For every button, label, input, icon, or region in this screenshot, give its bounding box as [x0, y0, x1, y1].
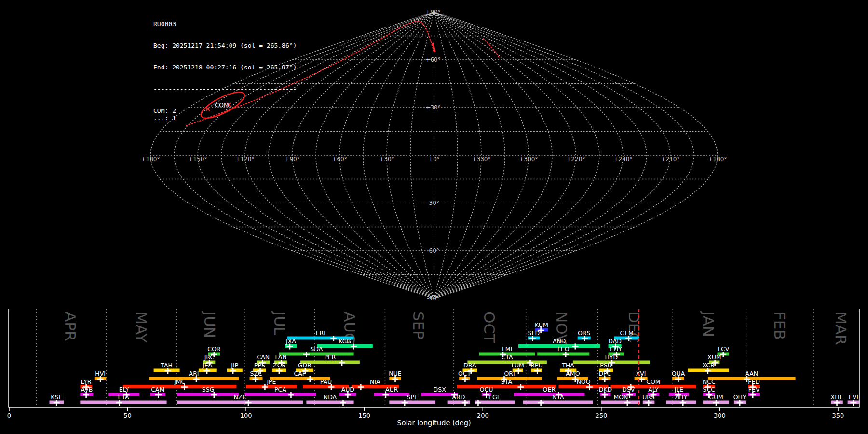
shower-label-XVI: XVI [636, 370, 646, 377]
sky-lat-label: +90° [425, 9, 440, 15]
month-label-FEB: FEB [771, 312, 788, 340]
shower-bar-NTA [523, 401, 593, 404]
sky-lon-label: +300° [519, 156, 538, 163]
shower-bar-JPE [246, 385, 297, 388]
x-tick-label: 200 [477, 412, 489, 419]
shower-label-JMC: JMC [174, 378, 185, 385]
shower-label-FEV: FEV [748, 386, 760, 393]
shower-label-JPE: JPE [266, 378, 276, 385]
shower-bar-OER [514, 393, 584, 396]
sky-lon-label: +180° [708, 156, 727, 163]
shower-label-EVI: EVI [849, 393, 858, 401]
shower-bar-SSG [177, 393, 239, 396]
shower-label-ERI: ERI [316, 329, 326, 337]
shower-label-ARD: ARD [452, 393, 465, 401]
shower-bar-AUR [374, 393, 409, 396]
sky-lon-label: +330° [472, 156, 491, 163]
shower-label-LUM: LUM [512, 362, 524, 369]
activity-timeline-chart: APRMAYJUNJULAUGSEPOCTNOVDECJANFEBMARKUME… [0, 309, 868, 434]
shower-bar-PCA [245, 393, 316, 396]
shower-label-SLD: SLD [528, 329, 540, 337]
shower-label-JXA: JXA [285, 338, 296, 345]
shower-label-CTA: CTA [502, 353, 513, 361]
shower-label-COM: COM [646, 378, 660, 385]
shower-bar-NZC [177, 401, 303, 404]
begin-time-line: Beg: 20251217 21:54:09 (sol = 265.86°) [153, 42, 297, 49]
x-axis-title: Solar longitude (deg) [397, 419, 471, 427]
sky-lon-label: +90° [285, 156, 299, 163]
observation-info-panel: RU0003 Beg: 20251217 21:54:09 (sol = 265… [153, 6, 297, 136]
shower-label-DKD: DKD [599, 386, 612, 393]
shower-bar-STA [457, 385, 556, 388]
shower-label-URS: URS [642, 393, 655, 401]
sky-lon-label: +210° [661, 156, 680, 163]
shower-label-EHY: EHY [610, 345, 622, 353]
shower-label-CAN: CAN [257, 353, 270, 361]
shower-label-QUA: QUA [672, 370, 685, 377]
radiant-trail-bright-end [433, 43, 435, 52]
shower-label-DAD: DAD [608, 338, 622, 345]
sky-lat-label: -30° [427, 200, 439, 206]
shower-label-HVI: HVI [95, 370, 106, 377]
month-labels: APRMAYJUNJULAUGSEPOCTNOVDECJANFEBMAR [62, 311, 850, 345]
shower-row-violet: KSEETANZCNDASPEARDEGENTAMONURSAHYGUMOHYX… [49, 393, 859, 406]
sky-meridian [434, 12, 694, 298]
shower-label-JLE: JLE [674, 386, 683, 393]
shower-label-ARI: ARI [189, 370, 199, 377]
shower-label-GUM: GUM [709, 393, 723, 401]
shower-label-OCT: OCT [458, 370, 471, 377]
shower-label-PAU: PAU [320, 378, 332, 385]
shower-label-XUM: XUM [707, 353, 721, 361]
shower-label-JIP: JIP [231, 362, 238, 369]
shower-label-LEO: LEO [557, 345, 570, 353]
shower-label-NTA: NTA [552, 393, 564, 401]
shower-bar-JMC [123, 385, 237, 388]
shower-label-KCG: KCG [339, 338, 351, 345]
sky-lon-label: +60° [332, 156, 347, 163]
x-tick-label: 50 [123, 412, 132, 419]
sky-lon-label: +0° [428, 156, 440, 163]
month-label-JUN: JUN [201, 311, 218, 338]
sky-lat-label: +60° [425, 56, 440, 63]
shower-label-NZC: NZC [234, 393, 247, 401]
sky-meridian [434, 12, 552, 298]
month-label-SEP: SEP [410, 312, 427, 339]
month-label-OCT: OCT [481, 312, 498, 343]
sky-lon-label: +180° [141, 156, 160, 163]
shower-label-JEA: JEA [202, 362, 213, 369]
shower-label-SDA: SDA [310, 345, 323, 353]
shower-label-ALY: ALY [648, 386, 659, 393]
month-label-APR: APR [62, 312, 79, 341]
shower-label-SZC: SZC [250, 370, 262, 377]
shower-label-ETA: ETA [118, 393, 129, 401]
shower-label-KUM: KUM [535, 321, 548, 328]
month-label-MAY: MAY [133, 312, 150, 343]
shower-label-HYD: HYD [605, 353, 618, 361]
shower-label-GDR: GDR [298, 362, 312, 369]
shower-label-NCC: NCC [703, 378, 716, 385]
shower-label-NOO: NOO [576, 378, 590, 385]
sky-lat-label: -60° [427, 247, 439, 254]
shower-label-RPU: RPU [530, 362, 542, 369]
shower-label-NIA: NIA [370, 378, 380, 385]
count-line-1: ...: 1 [153, 114, 297, 122]
shower-label-GEM: GEM [620, 329, 633, 337]
shower-label-PSU: PSU [600, 362, 612, 369]
shower-label-XCB: XCB [703, 362, 715, 369]
shower-label-ELY: ELY [119, 386, 129, 393]
shower-label-ORI: ORI [504, 370, 515, 377]
radiant-trail [483, 39, 499, 58]
shower-bar-SDA [279, 353, 354, 356]
shower-label-THA: THA [561, 362, 574, 369]
shower-label-SSG: SSG [202, 386, 215, 393]
shower-bar-ETA [80, 401, 166, 404]
shower-label-DPC: DPC [598, 370, 611, 377]
sky-lon-label: +150° [189, 156, 207, 163]
sky-lon-label: +120° [236, 156, 255, 163]
month-label-MAR: MAR [832, 312, 850, 345]
shower-label-ORS: ORS [578, 329, 591, 337]
shower-label-PCA: PCA [274, 386, 286, 393]
shower-label-OER: OER [543, 386, 556, 393]
shower-label-MON: MON [613, 393, 628, 401]
x-tick-label: 100 [240, 412, 252, 419]
